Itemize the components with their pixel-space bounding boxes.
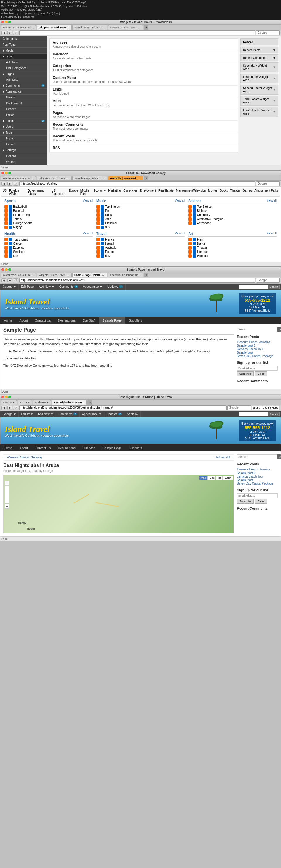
science-view-all[interactable]: View all bbox=[267, 199, 277, 203]
feedzilla-item[interactable]: Cancer bbox=[4, 242, 93, 246]
minimize-icon[interactable] bbox=[5, 172, 8, 174]
nav-ourstaff-4[interactable]: Our Staff bbox=[79, 444, 99, 452]
new-tab-button-4[interactable]: + bbox=[87, 400, 92, 405]
back-button-1[interactable]: ◀ bbox=[1, 31, 6, 35]
recent-post-link[interactable]: Seven Day Capital Package bbox=[237, 482, 273, 485]
cat-foreign-affairs[interactable]: Foreign Affairs bbox=[9, 189, 25, 195]
feedzilla-item[interactable]: Aerospace bbox=[188, 221, 277, 225]
recent-post-link[interactable]: Seven Day Capital Package bbox=[237, 354, 273, 358]
reload-button-2[interactable]: ↺ bbox=[13, 182, 19, 186]
nav-destinations-4[interactable]: Destinations bbox=[55, 444, 79, 452]
fourth-footer-widget-area[interactable]: Fourth Footer Widget Area ▼ bbox=[240, 107, 278, 117]
maximize-icon[interactable] bbox=[8, 21, 11, 24]
widget-recent-posts[interactable]: Recent Posts The most recent posts on yo… bbox=[50, 132, 238, 144]
feedzilla-item[interactable]: Football - Nfl bbox=[4, 213, 93, 217]
travel-view-all[interactable]: View all bbox=[175, 232, 185, 236]
feedzilla-item[interactable]: Top Stories bbox=[4, 238, 93, 242]
music-view-all[interactable]: View all bbox=[175, 199, 185, 203]
close-icon[interactable] bbox=[1, 21, 4, 24]
second-footer-widget-area[interactable]: Second Footer Widget Area ▼ bbox=[240, 85, 278, 95]
nav-suppliers-3[interactable]: Suppliers bbox=[125, 317, 146, 324]
nav-about-4[interactable]: About bbox=[16, 444, 31, 452]
feedzilla-item[interactable]: Film bbox=[188, 238, 277, 242]
email-field-4[interactable] bbox=[237, 493, 278, 498]
widget-categories[interactable]: Categories A list or dropdown of categor… bbox=[50, 62, 238, 74]
feedzilla-item[interactable]: Classical bbox=[96, 221, 185, 225]
adminbar-search-input-3[interactable] bbox=[239, 285, 268, 289]
forward-button-2[interactable]: ▶ bbox=[7, 182, 12, 186]
sidebar-search-input-4[interactable] bbox=[237, 454, 277, 459]
nav-about-3[interactable]: About bbox=[16, 317, 31, 324]
feedzilla-item[interactable]: Diet bbox=[4, 254, 93, 258]
new-tab-button-2[interactable]: + bbox=[144, 176, 148, 181]
feedzilla-item[interactable]: Literature bbox=[188, 250, 277, 254]
cat-games[interactable]: Games bbox=[243, 189, 252, 195]
adminbar-search-btn-4[interactable]: Search bbox=[268, 412, 280, 416]
feedzilla-item[interactable]: 80s bbox=[96, 225, 185, 229]
cat-real-estate[interactable]: Real Estate bbox=[159, 189, 174, 195]
feedzilla-item[interactable]: Pop bbox=[96, 209, 185, 213]
cat-employment[interactable]: Employment bbox=[140, 189, 156, 195]
tab-4-addnew[interactable]: Add New ▼ bbox=[33, 400, 51, 405]
forward-button-1[interactable]: ▶ bbox=[7, 31, 12, 35]
feedzilla-item[interactable]: Baseball bbox=[4, 209, 93, 213]
adminbar-search-input-4[interactable] bbox=[239, 412, 268, 416]
feedzilla-item[interactable]: Chemistry bbox=[188, 213, 277, 217]
cat-us[interactable]: US bbox=[3, 189, 7, 195]
cat-government-affairs[interactable]: Government Affairs bbox=[28, 189, 49, 195]
sidebar-search-input-3[interactable] bbox=[237, 327, 277, 332]
browser-search-4[interactable] bbox=[227, 405, 251, 410]
email-field-3[interactable] bbox=[237, 366, 278, 371]
sidebar-item-export[interactable]: Export bbox=[0, 142, 47, 147]
sidebar-item-categories[interactable]: Categories bbox=[0, 36, 47, 42]
tab-2-sample[interactable]: Sample Page | Island Travel bbox=[72, 176, 107, 181]
sidebar-item-tools[interactable]: ■ Tools bbox=[0, 130, 47, 136]
cat-movies[interactable]: Movies bbox=[208, 189, 217, 195]
sidebar-item-settings[interactable]: ■ Settings bbox=[0, 147, 47, 153]
sidebar-item-import[interactable]: Import bbox=[0, 136, 47, 142]
cat-economy[interactable]: Economy bbox=[94, 189, 106, 195]
feedzilla-item[interactable]: Painting bbox=[188, 254, 277, 258]
tab-1-wp24[interactable]: WordPress 24-Hour Trainer bbox=[1, 25, 36, 30]
tab-3-feedzilla[interactable]: Feedzilla: Caribbean News... bbox=[108, 273, 143, 277]
cat-amusement-parks[interactable]: Amusement Parks bbox=[254, 189, 278, 195]
feedzilla-item[interactable]: Alternative Energies bbox=[188, 217, 277, 221]
feedzilla-item[interactable]: Dance bbox=[188, 242, 277, 246]
sports-view-all[interactable]: View all bbox=[83, 199, 93, 203]
back-button-2[interactable]: ◀ bbox=[1, 182, 6, 186]
back-button-4[interactable]: ◀ bbox=[1, 406, 6, 410]
map-btn-earth[interactable]: Earth bbox=[223, 476, 233, 480]
feedzilla-item[interactable]: Basketball bbox=[4, 205, 93, 209]
recent-post-link[interactable]: Sample post bbox=[237, 478, 253, 482]
sidebar-item-writing[interactable]: Writing bbox=[0, 159, 47, 165]
feedzilla-item[interactable]: Biology bbox=[188, 209, 277, 213]
adminbar-editpost-4[interactable]: Edit Post bbox=[19, 411, 35, 417]
widget-rss[interactable]: RSS bbox=[50, 144, 238, 153]
new-tab-button-3[interactable]: + bbox=[144, 273, 148, 277]
adminbar-george-4[interactable]: George ▼ bbox=[0, 411, 19, 417]
nav-contactus-4[interactable]: Contact Us bbox=[31, 444, 54, 452]
close-btn-4[interactable]: Close bbox=[255, 499, 267, 503]
sidebar-item-menus[interactable]: Menus bbox=[0, 95, 47, 100]
maximize-icon[interactable] bbox=[8, 268, 11, 271]
recent-post-link[interactable]: Jamaica Beach Tour bbox=[237, 347, 263, 351]
zoom-in-btn-4[interactable]: + bbox=[5, 481, 9, 486]
sidebar-item-appearance[interactable]: ■ Appearance bbox=[0, 89, 47, 95]
sidebar-item-background[interactable]: Background bbox=[0, 100, 47, 106]
nav-contactus-3[interactable]: Contact Us bbox=[31, 317, 54, 324]
map-btn-sat[interactable]: Sat bbox=[208, 476, 215, 480]
nav-destinations-3[interactable]: Destinations bbox=[55, 317, 79, 324]
sidebar-item-posttags[interactable]: Post Tags bbox=[0, 42, 47, 48]
recent-post-link[interactable]: Sample post bbox=[237, 351, 253, 354]
adminbar-comments-3[interactable]: Comments 2 bbox=[57, 284, 81, 290]
tab-1-mailchi[interactable]: Generate Form Code | MailChi... bbox=[108, 25, 143, 30]
prev-post-link-4[interactable]: ← Weekend Nassau Getaway bbox=[3, 456, 42, 459]
subscribe-btn-4[interactable]: Subscribe bbox=[237, 499, 254, 503]
nav-samplepage-3[interactable]: Sample Page bbox=[99, 317, 125, 324]
feedzilla-item[interactable]: Tennis bbox=[4, 217, 93, 221]
widget-custommenu[interactable]: Custom Menu Use this widget to add one o… bbox=[50, 74, 238, 86]
adminbar-comments-4[interactable]: Comments 2 bbox=[56, 411, 80, 417]
adminbar-search-btn-3[interactable]: Search bbox=[268, 285, 280, 289]
tab-1-widgets[interactable]: Widgets - Island Travel - Wor... bbox=[37, 25, 72, 30]
adminbar-appearance-4[interactable]: Appearance ▼ bbox=[80, 411, 104, 417]
